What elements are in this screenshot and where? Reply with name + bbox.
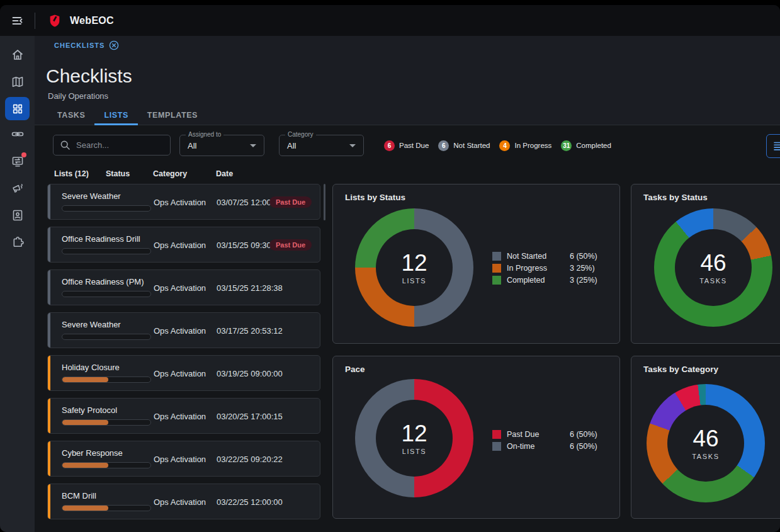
donut-center-label: TASKS — [699, 277, 726, 285]
legend-swatch — [492, 442, 501, 451]
legend-item: On-time 6 (50%) — [492, 442, 597, 451]
category-select[interactable]: Category All — [279, 135, 364, 156]
legend-swatch — [492, 276, 501, 285]
row-accent — [48, 313, 50, 348]
chart-legend: Not Started 6 (50%) In Progress 3 25%) C… — [492, 252, 597, 285]
list-name: Severe Weather — [62, 191, 121, 201]
column-header-lists: Lists (12) — [54, 169, 89, 178]
column-header-status: Status — [106, 169, 130, 178]
list-name: BCM Drill — [62, 491, 96, 501]
list-date: 03/22/25 12:00:00 — [217, 484, 283, 519]
menu-collapse-icon — [11, 14, 25, 28]
category-label: Category — [285, 131, 316, 138]
list-item[interactable]: Holiday ClosureOps Activation03/19/25 09… — [47, 355, 320, 391]
contacts-icon — [11, 208, 25, 222]
list-view-toggle-button[interactable] — [766, 134, 780, 158]
donut-center-label: TASKS — [692, 453, 719, 460]
chart-title: Tasks by Status — [643, 193, 708, 202]
progress-bar — [62, 462, 151, 468]
legend-swatch — [492, 252, 501, 261]
page-title: Checklists — [46, 65, 132, 87]
list-name: Office Readiness Drill — [62, 234, 140, 244]
chevron-down-icon — [250, 144, 256, 147]
home-icon — [11, 48, 25, 62]
search-box[interactable] — [53, 135, 171, 156]
tab-bar: TASKS LISTS TEMPLATES — [48, 106, 207, 125]
counter-past-due: 6 Past Due — [384, 140, 429, 151]
progress-fill — [62, 377, 108, 382]
search-input[interactable] — [76, 140, 187, 150]
legend-item: Completed 3 (25%) — [492, 276, 597, 285]
sidebar-item-links[interactable] — [0, 120, 35, 147]
sidebar-item-map[interactable] — [0, 68, 35, 95]
tab-tasks[interactable]: TASKS — [48, 106, 94, 125]
chevron-down-icon — [349, 144, 356, 147]
sidebar-item-contacts[interactable] — [0, 201, 35, 229]
list-item[interactable]: Office Readiness (PM)Ops Activation03/15… — [47, 269, 320, 305]
past-due-badge: Past Due — [269, 196, 312, 208]
list-item[interactable]: Cyber ResponseOps Activation03/22/25 09:… — [47, 441, 320, 477]
list-scrollbar[interactable] — [324, 184, 325, 220]
counter-completed: 31 Completed — [561, 140, 611, 151]
topbar-divider — [35, 13, 35, 29]
list-item[interactable]: Safety ProtocolOps Activation03/20/25 17… — [47, 398, 320, 434]
legend-swatch — [492, 264, 501, 273]
webeoc-logo: WebEOC — [48, 13, 114, 28]
boards-grid-icon — [11, 103, 24, 115]
row-accent — [48, 399, 50, 433]
donut-center-value: 12 — [401, 422, 427, 445]
map-icon — [11, 75, 25, 89]
list-date: 03/17/25 20:53:12 — [217, 313, 283, 348]
progress-bar — [62, 419, 151, 426]
tab-lists[interactable]: LISTS — [94, 106, 137, 125]
sidebar-item-home[interactable] — [0, 41, 35, 68]
progress-bar — [62, 248, 151, 254]
list-view-icon — [774, 141, 780, 151]
list-date: 03/20/25 17:00:15 — [217, 399, 283, 434]
count-badge: 4 — [499, 140, 510, 151]
assigned-to-select[interactable]: Assigned to All — [179, 135, 264, 156]
breadcrumb[interactable]: CHECKLISTS — [54, 40, 119, 50]
count-badge: 6 — [384, 140, 395, 151]
list-category: Ops Activation — [154, 399, 206, 434]
list-item[interactable]: BCM DrillOps Activation03/22/25 12:00:00 — [47, 484, 320, 519]
legend-item: Not Started 6 (50%) — [492, 252, 597, 261]
sidebar-item-announcements[interactable] — [0, 174, 35, 201]
list-name: Severe Weather — [62, 320, 121, 329]
list-item[interactable]: Severe WeatherOps Activation03/07/25 12:… — [47, 184, 320, 220]
link-icon — [11, 127, 25, 141]
row-accent — [48, 227, 50, 262]
row-accent — [48, 356, 50, 390]
column-header-date: Date — [216, 169, 233, 178]
tasks-by-status-panel: Tasks by Status 46 TASKS — [631, 184, 780, 344]
announcement-icon — [11, 181, 25, 195]
list-item[interactable]: Office Readiness DrillOps Activation03/1… — [47, 227, 320, 263]
tab-templates[interactable]: TEMPLATES — [138, 106, 207, 125]
category-value: All — [287, 141, 296, 150]
pace-panel: Pace 12 LISTS Past Due 6 (50%) On-time 6… — [332, 356, 620, 519]
list-category: Ops Activation — [154, 313, 206, 348]
assigned-to-value: All — [188, 141, 196, 150]
chart-title: Pace — [345, 365, 365, 374]
chart-title: Lists by Status — [345, 193, 405, 202]
close-circle-icon[interactable] — [109, 40, 119, 50]
lists-by-status-panel: Lists by Status 12 LISTS Not Started 6 (… — [332, 184, 620, 344]
count-badge: 31 — [561, 140, 572, 151]
list-date: 03/15/25 21:28:38 — [217, 270, 283, 305]
list-rows: Severe WeatherOps Activation03/07/25 12:… — [47, 184, 320, 526]
sidebar-item-board-transfer[interactable] — [0, 147, 35, 174]
legend-swatch — [492, 430, 501, 439]
donut-center-value: 46 — [700, 251, 726, 274]
sidebar-item-boards[interactable] — [5, 97, 30, 120]
sidebar-item-plugins[interactable] — [0, 229, 35, 256]
list-item[interactable]: Severe WeatherOps Activation03/17/25 20:… — [47, 312, 320, 348]
list-category: Ops Activation — [154, 441, 206, 477]
progress-fill — [62, 506, 108, 511]
row-accent — [48, 484, 50, 519]
list-name: Holiday Closure — [62, 363, 120, 372]
collapse-menu-button[interactable] — [0, 5, 35, 36]
chart-title: Tasks by Category — [643, 365, 718, 374]
list-category: Ops Activation — [154, 356, 206, 391]
tasks-by-category-panel: Tasks by Category 46 TASKS — [631, 356, 780, 519]
progress-bar — [62, 376, 151, 383]
